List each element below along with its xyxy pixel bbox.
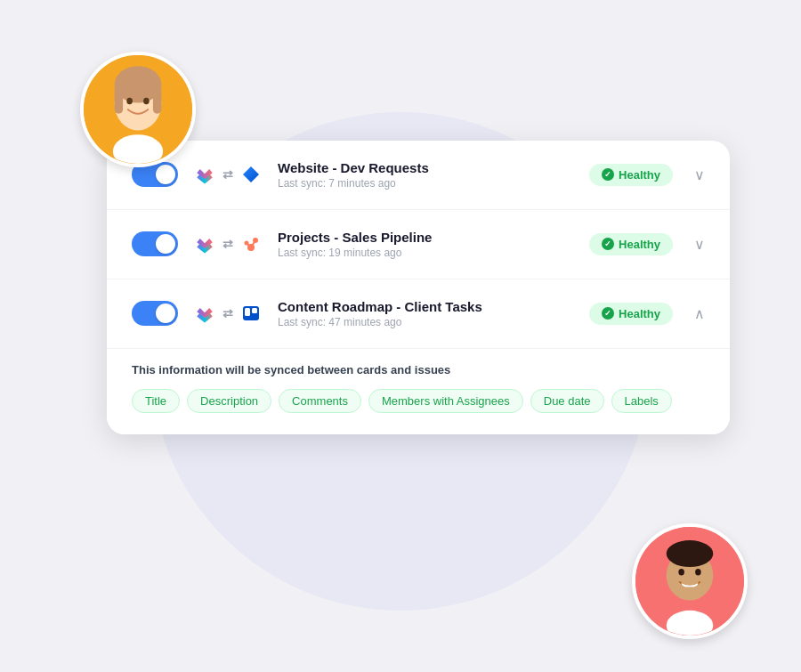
clickup-icon-3 <box>192 301 217 326</box>
sync-arrows-2: ⇄ <box>222 237 233 251</box>
integration-sync-3: Last sync: 47 minutes ago <box>278 316 575 328</box>
svg-point-16 <box>245 241 249 246</box>
clickup-icon-1 <box>192 162 217 187</box>
integration-card: ⇄ Website - Dev Requests Last sync: 7 mi… <box>107 141 730 434</box>
integration-info-1: Website - Dev Requests Last sync: 7 minu… <box>278 160 575 190</box>
svg-rect-4 <box>153 84 161 113</box>
health-dot-3 <box>602 307 614 320</box>
scene: ⇄ Website - Dev Requests Last sync: 7 mi… <box>62 61 739 612</box>
svg-point-26 <box>695 568 701 575</box>
avatar-bottom <box>632 523 748 639</box>
chevron-2[interactable]: ∨ <box>694 236 705 253</box>
chevron-3[interactable]: ∧ <box>694 305 705 322</box>
hubspot-icon-2 <box>239 231 263 256</box>
integration-name-3: Content Roadmap - Client Tasks <box>278 299 575 314</box>
clickup-icon-2 <box>192 231 217 256</box>
tag-due-date: Due date <box>530 389 604 413</box>
jira-icon-1 <box>239 162 263 187</box>
avatar-top-image <box>84 55 192 164</box>
icons-group-2: ⇄ <box>192 231 263 256</box>
avatar-bottom-image <box>635 527 744 636</box>
svg-rect-3 <box>115 84 123 113</box>
tags-row: Title Description Comments Members with … <box>132 389 705 413</box>
expanded-section: This information will be synced between … <box>107 349 730 434</box>
tag-description: Description <box>187 389 271 413</box>
tag-title: Title <box>132 389 180 413</box>
integration-row-3: ⇄ Content Roadmap - Client Tasks Last sy… <box>107 279 730 349</box>
icons-group-3: ⇄ <box>192 301 263 326</box>
health-badge-2: Healthy <box>589 233 673 255</box>
trello-icon-3 <box>239 301 263 326</box>
sync-arrows-3: ⇄ <box>222 306 233 320</box>
svg-point-5 <box>126 97 133 104</box>
sync-arrows-1: ⇄ <box>222 167 233 182</box>
toggle-row-2[interactable] <box>132 231 178 256</box>
icons-group-1: ⇄ <box>192 162 263 187</box>
tag-members: Members with Assignees <box>368 389 523 413</box>
svg-point-24 <box>667 540 714 567</box>
health-badge-3: Healthy <box>589 303 673 325</box>
health-badge-1: Healthy <box>589 164 673 186</box>
svg-point-25 <box>678 568 684 575</box>
svg-rect-21 <box>252 308 257 313</box>
integration-row-1: ⇄ Website - Dev Requests Last sync: 7 mi… <box>107 141 730 210</box>
chevron-1[interactable]: ∨ <box>694 166 705 183</box>
avatar-top <box>80 52 196 167</box>
integration-sync-2: Last sync: 19 minutes ago <box>278 247 575 259</box>
integration-name-1: Website - Dev Requests <box>278 160 575 175</box>
toggle-row-3[interactable] <box>132 301 178 326</box>
integration-name-2: Projects - Sales Pipeline <box>278 230 575 245</box>
integration-info-3: Content Roadmap - Client Tasks Last sync… <box>278 299 575 328</box>
integration-info-2: Projects - Sales Pipeline Last sync: 19 … <box>278 230 575 259</box>
integration-sync-1: Last sync: 7 minutes ago <box>278 177 575 190</box>
health-dot-2 <box>602 238 614 250</box>
tag-labels: Labels <box>611 389 672 413</box>
health-dot-1 <box>602 168 614 181</box>
integration-row-2: ⇄ Projects - Sales Pipeline Last sync: 1… <box>107 210 730 279</box>
svg-rect-20 <box>245 308 250 316</box>
sync-info-text: This information will be synced between … <box>132 363 705 376</box>
tag-comments: Comments <box>279 389 361 413</box>
svg-point-6 <box>143 97 150 104</box>
